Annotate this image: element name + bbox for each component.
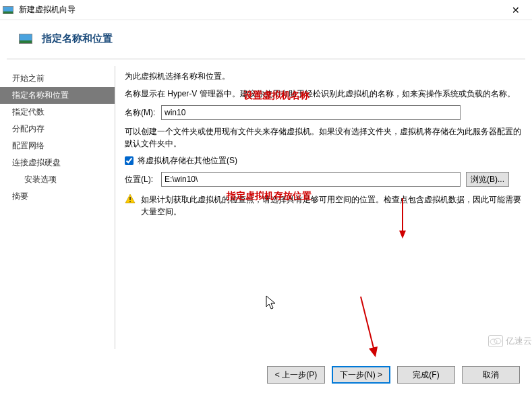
vm-location-input[interactable] [161,172,461,187]
step-network[interactable]: 配置网络 [0,138,115,154]
intro-text-2: 名称显示在 Hyper-V 管理器中。建议你使用有助于轻松识别此虚拟机的名称，如… [125,88,523,100]
step-before-begin[interactable]: 开始之前 [0,70,115,87]
step-install-options[interactable]: 安装选项 [0,171,115,188]
wizard-header: 指定名称和位置 [0,20,532,59]
watermark-text: 亿速云 [506,335,532,347]
location-field-row: 位置(L): 浏览(B)... [125,172,523,187]
warning-row: 如果计划获取此虚拟机的检查点，请选择具有足够可用空间的位置。检查点包含虚拟机数据… [125,193,523,218]
app-icon [3,6,13,14]
step-vhd[interactable]: 连接虚拟硬盘 [0,154,115,171]
next-button[interactable]: 下一步(N) > [332,366,390,384]
store-other-location-checkbox[interactable] [125,156,134,165]
previous-button[interactable]: < 上一步(P) [267,366,325,384]
step-memory[interactable]: 分配内存 [0,121,115,138]
svg-point-7 [494,338,501,344]
close-button[interactable]: ✕ [502,0,529,20]
step-generation[interactable]: 指定代数 [0,104,115,121]
svg-rect-0 [129,197,131,200]
step-name-location[interactable]: 指定名称和位置 [0,87,115,104]
store-other-location-label: 将虚拟机存储在其他位置(S) [138,155,237,167]
intro-text-1: 为此虚拟机选择名称和位置。 [125,70,523,82]
name-field-row: 名称(M): [125,105,523,120]
page-title: 指定名称和位置 [42,32,113,45]
step-summary[interactable]: 摘要 [0,188,115,205]
window-title: 新建虚拟机向导 [19,4,502,16]
wizard-steps: 开始之前 指定名称和位置 指定代数 分配内存 配置网络 连接虚拟硬盘 安装选项 … [0,59,115,356]
name-label: 名称(M): [125,107,156,119]
svg-rect-1 [129,201,131,202]
location-label: 位置(L): [125,174,156,185]
finish-button[interactable]: 完成(F) [397,366,455,384]
titlebar: 新建虚拟机向导 ✕ [0,0,532,20]
svg-marker-3 [399,231,406,239]
watermark-icon [488,335,503,347]
watermark: 亿速云 [488,335,532,347]
warning-text: 如果计划获取此虚拟机的检查点，请选择具有足够可用空间的位置。检查点包含虚拟机数据… [141,193,523,218]
vm-name-input[interactable] [161,105,461,120]
warning-icon [125,193,136,204]
store-other-location-row: 将虚拟机存储在其他位置(S) [125,155,523,167]
wizard-body: 开始之前 指定名称和位置 指定代数 分配内存 配置网络 连接虚拟硬盘 安装选项 … [0,59,532,356]
intro-text-3: 可以创建一个文件夹或使用现有文件夹来存储虚拟机。如果没有选择文件夹，虚拟机将存储… [125,125,523,150]
wizard-content: 为此虚拟机选择名称和位置。 名称显示在 Hyper-V 管理器中。建议你使用有助… [115,59,532,356]
cancel-button[interactable]: 取消 [462,366,520,384]
wizard-footer: < 上一步(P) 下一步(N) > 完成(F) 取消 [267,366,520,384]
wizard-icon [19,34,32,44]
browse-button[interactable]: 浏览(B)... [466,172,509,187]
